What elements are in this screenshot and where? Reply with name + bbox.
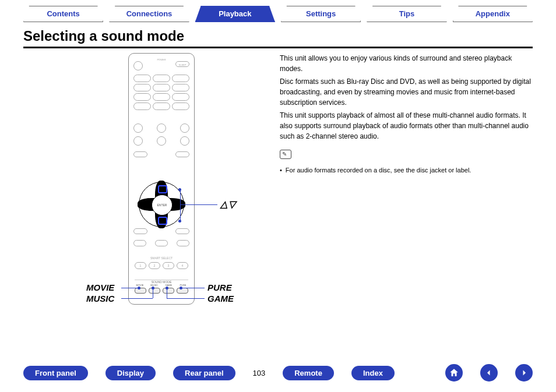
remote-sm-movie	[135, 288, 146, 294]
callout-dot	[178, 220, 181, 223]
tab-appendix[interactable]: Appendix	[453, 6, 533, 22]
page-number: 103	[253, 369, 266, 377]
remote-src-button	[153, 93, 170, 101]
remote-play-pause	[155, 240, 168, 246]
remote-smart-3: 3	[163, 262, 174, 269]
remote-src-button	[153, 75, 170, 82]
callout-pure: PURE	[207, 282, 232, 292]
paragraph: This unit supports playback of almost al…	[280, 110, 533, 142]
remote-info	[133, 151, 147, 157]
remote-src-button	[153, 84, 170, 91]
remote-setup	[175, 228, 189, 234]
callout-line	[121, 288, 139, 288]
remote-ch-down	[133, 136, 143, 146]
prev-page-button[interactable]	[480, 364, 498, 382]
callout-line	[121, 298, 153, 299]
bottom-nav: Front panel Display Rear panel 103 Remot…	[0, 364, 556, 382]
callout-line	[180, 189, 181, 221]
remote-src-button	[133, 93, 151, 101]
tab-tips[interactable]: Tips	[367, 6, 446, 22]
next-page-button[interactable]	[515, 364, 533, 382]
nav-display[interactable]: Display	[105, 366, 156, 380]
callout-line	[181, 288, 205, 288]
callout-line	[167, 298, 205, 299]
remote-eco	[157, 123, 166, 133]
remote-enter: ENTER	[152, 195, 173, 216]
home-button[interactable]	[445, 364, 463, 382]
remote-smart-label: SMART SELECT	[129, 256, 194, 260]
nav-rear-panel[interactable]: Rear panel	[173, 366, 235, 380]
remote-option	[175, 151, 189, 157]
arrow-left-icon	[484, 368, 494, 378]
callout-game: GAME	[207, 294, 234, 303]
note-text: For audio formats recorded on a disc, se…	[286, 165, 471, 175]
remote-dpad: ENTER	[139, 182, 184, 227]
callout-movie: MOVIE	[86, 282, 114, 292]
remote-power-button	[133, 61, 143, 70]
remote-sm-music-label: MUSIC	[149, 284, 160, 287]
remote-src-button	[172, 75, 189, 82]
remote-src-button	[172, 103, 189, 110]
remote-illustration-area: POWER SLEEP	[23, 53, 268, 309]
nav-front-panel[interactable]: Front panel	[23, 366, 88, 380]
remote-tune-down	[133, 240, 146, 246]
callout-music: MUSIC	[86, 294, 114, 303]
tab-connections[interactable]: Connections	[109, 6, 189, 22]
nav-remote[interactable]: Remote	[283, 366, 334, 380]
note-bullet: For audio formats recorded on a disc, se…	[280, 165, 533, 175]
remote-vol-up	[180, 123, 189, 133]
top-tabs: Contents Connections Playback Settings T…	[0, 0, 556, 26]
remote-smart-1: 1	[135, 262, 146, 269]
note-icon	[280, 150, 291, 159]
remote-tune-up	[177, 240, 189, 246]
remote-sm-game-label: GAME	[163, 284, 174, 287]
tab-playback[interactable]: Playback	[195, 6, 275, 22]
remote-smart-row: 1 2 3 4	[135, 262, 188, 269]
remote-src-button	[153, 103, 170, 110]
remote-src-button	[133, 75, 151, 82]
callout-line	[180, 204, 217, 205]
remote-smart-4: 4	[177, 262, 188, 269]
remote-back	[133, 228, 147, 234]
remote-sm-movie-label: MOVIE	[135, 284, 145, 287]
remote-ch-up	[133, 123, 143, 133]
remote-smart-2: 2	[149, 262, 160, 269]
remote-vol-down	[180, 136, 189, 146]
tab-settings[interactable]: Settings	[281, 6, 361, 22]
remote-soundmode-label: SOUND MODE	[135, 280, 188, 284]
callout-cursor-arrows: △▽	[220, 199, 237, 210]
tab-contents[interactable]: Contents	[23, 6, 103, 22]
paragraph: This unit allows you to enjoy various ki…	[280, 53, 533, 74]
remote-sm-pure-label: PURE	[178, 284, 188, 287]
body-text: This unit allows you to enjoy various ki…	[280, 53, 533, 309]
paragraph: Disc formats such as Blu-ray Disc and DV…	[280, 76, 533, 108]
remote-control: POWER SLEEP	[128, 53, 195, 305]
page-title: Selecting a sound mode	[23, 28, 533, 48]
remote-cursor-down-highlight	[158, 217, 167, 225]
remote-sm-game	[163, 288, 174, 294]
remote-src-button	[172, 84, 189, 91]
arrow-right-icon	[519, 368, 529, 378]
remote-sm-music	[149, 288, 160, 294]
remote-cursor-up-highlight	[158, 185, 167, 193]
callout-line	[153, 288, 153, 298]
remote-src-button	[133, 84, 151, 91]
nav-index[interactable]: Index	[351, 366, 395, 380]
remote-sm-pure	[177, 288, 188, 294]
remote-src-button	[133, 103, 151, 110]
remote-mute	[157, 136, 166, 146]
callout-line	[167, 288, 167, 298]
remote-src-button	[172, 93, 189, 101]
remote-sleep-button: SLEEP	[175, 61, 189, 67]
home-icon	[449, 368, 459, 378]
